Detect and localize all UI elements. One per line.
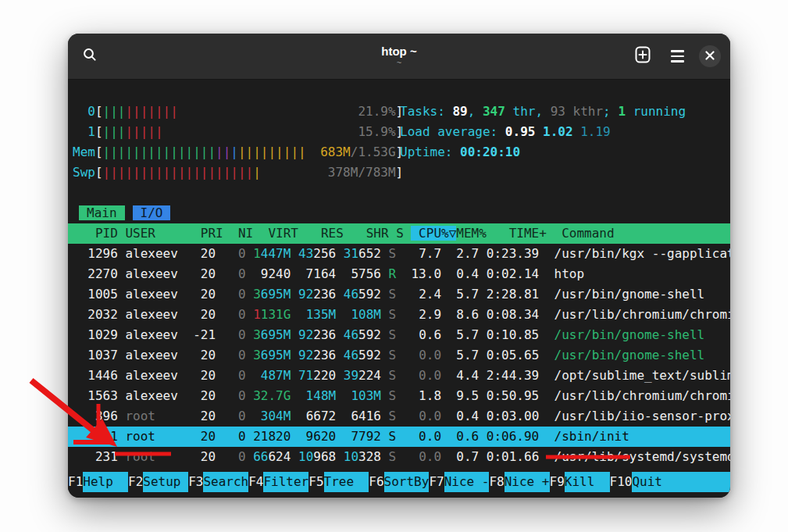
uptime-line: Uptime: 00:20:10 <box>400 142 686 162</box>
fkey-kill-button[interactable]: Kill <box>565 472 610 492</box>
page-background: htop ~ ~ <box>0 0 788 532</box>
fkey-search-button[interactable]: Search <box>203 472 248 492</box>
fkey-filter-button[interactable]: Filter <box>263 472 308 492</box>
cpu0-bars: |||||||||| <box>103 104 178 119</box>
process-row[interactable]: 231 root 20 0 66624 10968 10328 S 0.0 0.… <box>68 447 730 467</box>
process-row[interactable]: 1005 alexeev 20 0 3695M 92236 46592 S 2.… <box>68 284 730 305</box>
process-row[interactable]: 1296 alexeev 20 0 1447M 43256 31652 S 7.… <box>68 244 730 264</box>
fkey-nice-plus-button[interactable]: Nice + <box>505 472 550 492</box>
hamburger-menu-icon <box>671 50 684 62</box>
process-row-selected[interactable]: 1 root 20 0 21820 9620 7792 S 0.0 0.6 0:… <box>68 427 730 447</box>
cpu1-bars: |||||||| <box>103 124 163 139</box>
fkey-f10: F10 <box>610 472 633 492</box>
fkey-help-button[interactable]: Help <box>83 472 128 492</box>
titlebar: htop ~ ~ <box>68 34 730 80</box>
fkey-f7: F7 <box>429 472 444 492</box>
fkey-nice-minus-button[interactable]: Nice - <box>444 472 490 492</box>
process-table-header[interactable]: PID USER PRI NI VIRT RES SHR S CPU%▽MEM%… <box>68 223 730 244</box>
close-button[interactable] <box>699 45 721 67</box>
process-row[interactable]: 2270 alexeev 20 0 9240 7164 5756 R 13.0 … <box>68 264 730 284</box>
screen-tabs: MainI/O <box>68 203 730 223</box>
fkey-f6: F6 <box>369 472 383 492</box>
new-tab-button[interactable] <box>630 44 655 69</box>
fkey-quit-button[interactable]: Quit <box>632 472 677 492</box>
fkey-bar-fill <box>677 472 730 492</box>
process-row[interactable]: 2032 alexeev 20 0 1131G 135M 108M S 2.9 … <box>68 305 730 325</box>
search-button[interactable] <box>77 44 102 69</box>
fkey-f1: F1 <box>68 472 83 492</box>
tasks-line: Tasks: 89, 347 thr, 93 kthr; 1 running <box>400 102 686 122</box>
process-row[interactable]: 1037 alexeev 20 0 3695M 92236 46592 S 0.… <box>68 345 730 366</box>
swap-value: 378M/783M <box>328 162 396 183</box>
process-row[interactable]: 1563 alexeev 20 0 32.7G 148M 103M S 1.8 … <box>68 386 730 406</box>
window-title: htop ~ <box>381 45 416 58</box>
swap-bars: ||||||||||||||||||||| <box>103 165 261 180</box>
window-subtitle: ~ <box>397 58 401 68</box>
search-icon <box>82 47 98 66</box>
new-tab-icon <box>634 45 651 67</box>
fkey-f5: F5 <box>308 472 323 492</box>
mem-bars: ||||||||||||||||||||||||||| <box>103 145 306 159</box>
tab-main[interactable]: Main <box>79 205 125 220</box>
fkey-f4: F4 <box>248 472 263 492</box>
fkey-sortby-button[interactable]: SortBy <box>384 472 430 492</box>
fkey-f2: F2 <box>128 472 143 492</box>
cpu0-value: 21.9% <box>358 102 395 122</box>
fkey-f9: F9 <box>550 472 565 492</box>
spacer-line <box>68 183 730 203</box>
terminal-window: htop ~ ~ <box>68 34 730 498</box>
swap-meter: Swp[|||||||||||||||||||||378M/783M] <box>68 162 730 183</box>
fkey-f3: F3 <box>188 472 203 492</box>
system-info: Tasks: 89, 347 thr, 93 kthr; 1 running L… <box>400 102 686 162</box>
process-row[interactable]: 1446 alexeev 20 0 487M 71220 39224 S 0.0… <box>68 366 730 386</box>
mem-value: 683M/1.53G <box>320 142 395 162</box>
fkey-f8: F8 <box>489 472 504 492</box>
htop-screen: 0[||||||||||21.9%] 1[||||||||15.9%] Mem[… <box>68 80 730 498</box>
process-row[interactable]: 396 root 20 0 304M 6672 6416 S 0.0 0.4 0… <box>68 406 730 427</box>
fkey-tree-button[interactable]: Tree <box>324 472 369 492</box>
process-row[interactable]: 1029 alexeev -21 0 3695M 92236 46592 S 0… <box>68 325 730 345</box>
load-average-line: Load average: 0.95 1.02 1.19 <box>400 122 686 142</box>
fkey-setup-button[interactable]: Setup <box>143 472 188 492</box>
menu-button[interactable] <box>665 44 690 69</box>
tab-io[interactable]: I/O <box>133 205 171 220</box>
function-key-bar: F1Help F2Setup F3SearchF4FilterF5Tree F6… <box>68 472 730 492</box>
cpu1-value: 15.9% <box>358 122 395 142</box>
close-icon <box>705 49 715 63</box>
